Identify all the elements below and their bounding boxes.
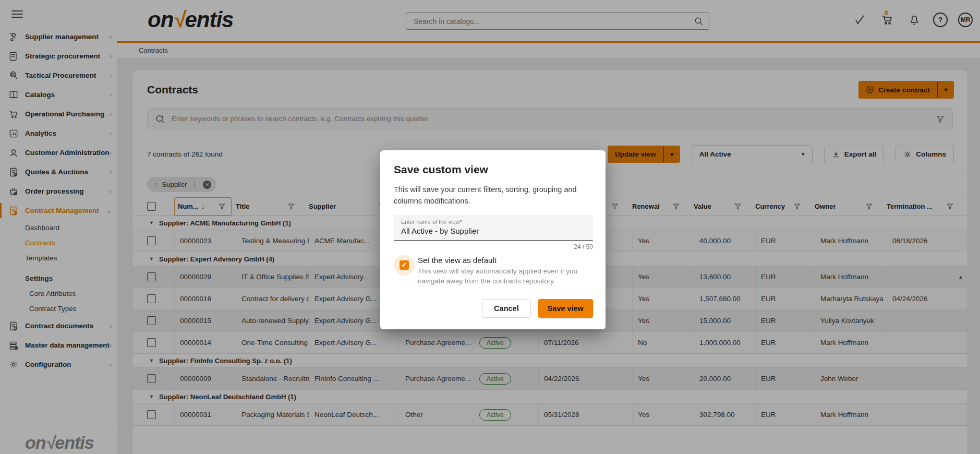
checkbox-label[interactable]: Set the view as default [418,256,593,265]
dialog-description: This will save your current filters, sor… [394,184,593,207]
cancel-button[interactable]: Cancel [482,299,531,318]
view-name-input[interactable] [401,226,586,235]
default-view-option: ✓ Set the view as default This view will… [394,255,593,286]
char-counter: 24 / 50 [394,243,593,250]
default-view-checkbox[interactable]: ✓ [400,260,409,270]
checkbox-halo[interactable]: ✓ [394,255,415,276]
dialog-title: Save custom view [394,163,593,176]
dialog-actions: Cancel Save view [394,299,593,318]
view-name-label: Enter name of the view* [401,219,586,225]
save-view-button[interactable]: Save view [538,299,593,318]
view-name-field: Enter name of the view* [394,215,593,241]
save-view-dialog: Save custom view This will save your cur… [380,150,606,329]
checkbox-helper-text: This view will stay automatically applie… [418,266,593,286]
